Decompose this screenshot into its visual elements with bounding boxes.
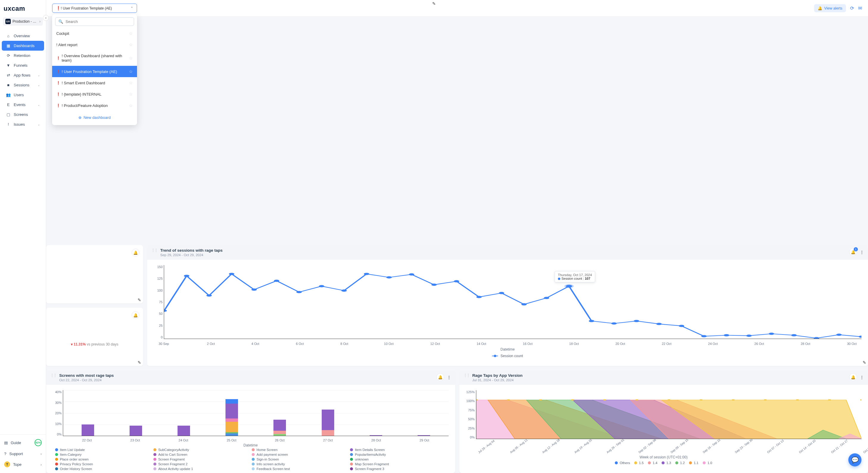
sidebar-collapse-button[interactable]: ‹ — [43, 15, 49, 21]
card-bell-button[interactable]: 🔔1 — [849, 248, 857, 256]
legend-item[interactable]: 1.0 — [703, 461, 712, 465]
nav-icon: ! — [6, 122, 11, 127]
sidebar-guide[interactable]: ▤ Guide 92% — [0, 436, 46, 449]
dropdown-item-label: ! Alert report — [56, 42, 78, 47]
new-dashboard-label: New dashboard — [84, 115, 111, 120]
more-icon[interactable]: ⋮ — [860, 375, 864, 379]
sidebar-item-events[interactable]: EEvents⌄ — [2, 100, 44, 109]
legend-item[interactable]: Sign-in Screen — [252, 458, 348, 461]
sidebar-item-dashboards[interactable]: ▦Dashboards — [2, 41, 44, 51]
search-input[interactable] — [65, 19, 131, 24]
nav-label: Sessions — [14, 83, 30, 87]
more-icon[interactable]: ⋮ — [447, 375, 451, 379]
legend-item[interactable]: About Activity update 1 — [153, 467, 249, 471]
dropdown-item[interactable]: ❗! Product/Feature Adoption☆ — [52, 100, 137, 111]
legend-item[interactable]: Others — [615, 461, 630, 465]
star-icon[interactable]: ☆ — [129, 56, 133, 60]
legend-item[interactable]: Order History Screen — [55, 467, 151, 471]
legend-item[interactable]: Add payment screen — [252, 453, 348, 456]
guide-progress: 92% — [35, 439, 42, 446]
legend-label: Session count — [500, 354, 523, 358]
view-alerts-label: View alerts — [824, 6, 842, 10]
more-icon[interactable]: ⋮ — [860, 250, 864, 254]
refresh-icon[interactable]: ⟳ — [850, 5, 854, 11]
sidebar-support[interactable]: ? Support › — [0, 449, 46, 459]
sidebar-item-overview[interactable]: ⌂Overview — [2, 31, 44, 41]
star-icon[interactable]: ☆ — [129, 92, 133, 96]
card-bell-button[interactable]: 🔔 — [132, 311, 140, 319]
star-icon[interactable]: ☆ — [129, 81, 133, 85]
star-icon[interactable]: ☆ — [129, 69, 133, 74]
card-bell-button[interactable]: 🔔 — [132, 249, 140, 256]
project-selector[interactable]: UX Production - UX... › — [3, 17, 43, 26]
sidebar-item-users[interactable]: 👥Users — [2, 90, 44, 100]
sidebar-item-sessions[interactable]: ■Sessions⌄ — [2, 80, 44, 90]
card-title: Rage Taps by App Version — [472, 373, 523, 378]
new-dashboard-button[interactable]: ⊕ New dashboard — [55, 113, 134, 122]
legend-item[interactable]: Privacy Policy Screen — [55, 462, 151, 466]
svg-point-28 — [791, 334, 797, 337]
legend-item[interactable]: SubCategoryActivity — [153, 448, 249, 451]
legend-item[interactable]: Feedback Screen test — [252, 467, 348, 471]
sidebar-item-retention[interactable]: ⟳Retention — [2, 51, 44, 60]
nav-label: Funnels — [14, 63, 27, 68]
legend-item[interactable]: 1.5 — [634, 461, 644, 465]
svg-point-27 — [769, 333, 774, 335]
star-icon[interactable]: ☆ — [129, 31, 133, 36]
star-icon[interactable]: ☆ — [129, 103, 133, 108]
legend-item[interactable]: Add to Cart Screen — [153, 453, 249, 456]
drag-handle-icon[interactable]: ⋮⋮ — [50, 373, 56, 377]
nav-icon: 👥 — [6, 93, 11, 97]
legend-item[interactable]: PopularItemsActivity — [350, 453, 446, 456]
edit-icon[interactable]: ✎ — [863, 360, 866, 365]
dropdown-item[interactable]: ❗! User Frustration Template (AE)☆ — [52, 66, 137, 77]
metric-card-1: ⋮⋮.. 🔔 🔔 ✎ — [46, 245, 143, 304]
legend-item[interactable]: 1.2 — [675, 461, 685, 465]
legend-item[interactable]: Item List Update — [55, 448, 151, 451]
brush-icon[interactable]: ✎ — [432, 1, 436, 6]
sidebar-item-issues[interactable]: !Issues⌄ — [2, 120, 44, 129]
drag-handle-icon[interactable]: ⋮⋮ — [151, 248, 157, 252]
alert-icon: ❗ — [56, 56, 60, 60]
card-bell-button[interactable]: 🔔 — [436, 373, 444, 381]
mail-icon[interactable]: ✉ — [858, 5, 862, 11]
legend-item[interactable]: Screen Fragment 3 — [350, 467, 446, 471]
dropdown-item[interactable]: ! Alert report☆ — [52, 39, 137, 50]
view-alerts-button[interactable]: 🔔 View alerts — [814, 4, 846, 12]
legend-item[interactable]: unknown — [350, 458, 446, 461]
x-axis-label: Datetime — [500, 347, 515, 351]
legend-item[interactable]: Home Screen — [252, 448, 348, 451]
metric-compare: vs previous 30 days — [86, 342, 118, 346]
legend-item[interactable]: Screen Fragment — [153, 458, 249, 461]
main: ❗ ! User Frustration Template (AE) ⌃ 🔍 C… — [46, 0, 868, 473]
legend-item[interactable]: Map Screen Fragment — [350, 462, 446, 466]
sidebar-item-funnels[interactable]: ▼Funnels — [2, 60, 44, 70]
legend-item[interactable]: Place order screen — [55, 458, 151, 461]
legend-item[interactable]: Item-Category — [55, 453, 151, 456]
chat-fab[interactable]: 💬 — [848, 453, 862, 467]
legend-item[interactable]: Item Details Screen — [350, 448, 446, 451]
card-bell-button[interactable]: 🔔 — [849, 373, 857, 381]
legend-item[interactable]: 1.4 — [648, 461, 657, 465]
edit-icon[interactable]: ✎ — [137, 297, 141, 302]
legend-item[interactable]: 1.3 — [661, 461, 671, 465]
content — [46, 17, 868, 245]
edit-icon[interactable]: ✎ — [137, 360, 141, 365]
sidebar-item-app-flows[interactable]: ⇄App flows⌄ — [2, 70, 44, 80]
sidebar-item-screens[interactable]: ▢Screens — [2, 109, 44, 120]
nav-label: Screens — [14, 112, 28, 117]
dropdown-item[interactable]: ❗! Overview Dashboard (shared with team)… — [52, 50, 137, 66]
legend-item[interactable]: 1.1 — [689, 461, 699, 465]
dashboard-selector[interactable]: ❗ ! User Frustration Template (AE) ⌃ — [52, 4, 137, 13]
drag-handle-icon[interactable]: ⋮⋮ — [464, 373, 469, 377]
dropdown-search[interactable]: 🔍 — [55, 17, 134, 26]
dropdown-item[interactable]: ❗! {template} INTERNAL☆ — [52, 89, 137, 100]
legend-item[interactable]: Screen Fragment 2 — [153, 462, 249, 466]
dropdown-item[interactable]: Cockpit☆ — [52, 28, 137, 39]
svg-point-13 — [454, 280, 459, 283]
star-icon[interactable]: ☆ — [129, 42, 133, 47]
dropdown-item[interactable]: ❗! Smart Event Dashboard☆ — [52, 77, 137, 89]
sidebar-user[interactable]: T Tope › — [0, 459, 46, 470]
project-name: Production - UX... — [12, 19, 37, 24]
legend-item[interactable]: Info screen activity — [252, 462, 348, 466]
